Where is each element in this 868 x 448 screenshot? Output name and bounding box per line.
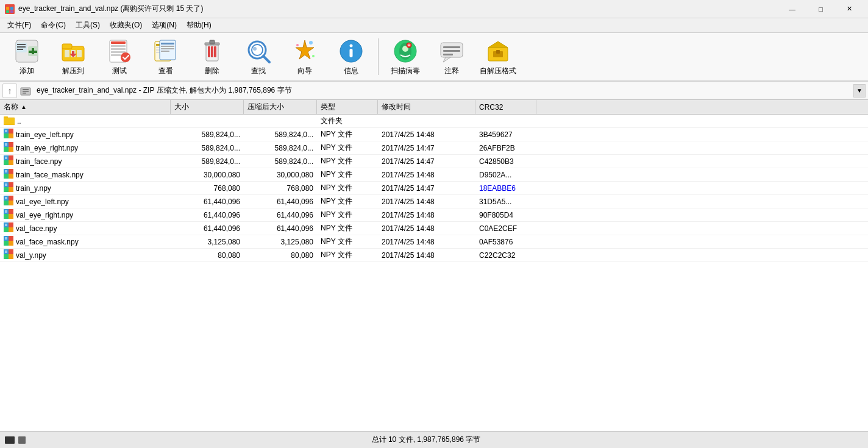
header-col-compressed[interactable]: 压缩后大小 bbox=[244, 100, 317, 114]
file-crc-cell: 0AF53876 bbox=[475, 235, 536, 248]
toolbar-btn-sfx[interactable]: 自解压格式 bbox=[476, 35, 520, 79]
file-crc-cell: 18EABBE6 bbox=[475, 182, 536, 194]
npy-file-icon bbox=[4, 236, 13, 247]
app-icon bbox=[5, 4, 15, 14]
status-left bbox=[5, 436, 26, 444]
add-icon bbox=[12, 38, 41, 65]
svg-rect-61 bbox=[443, 46, 460, 48]
menu-item-command[interactable]: 命令(C) bbox=[36, 19, 71, 32]
file-row[interactable]: val_eye_right.npy61,440,09661,440,096NPY… bbox=[0, 208, 868, 222]
header-col-type[interactable]: 类型 bbox=[317, 100, 378, 114]
npy-file-icon bbox=[4, 196, 13, 207]
toolbar-btn-test[interactable]: 测试 bbox=[98, 35, 141, 79]
file-row[interactable]: train_face_mask.npy30,000,08030,000,080N… bbox=[0, 168, 868, 182]
npy-file-icon bbox=[4, 222, 13, 234]
menu-item-favorites[interactable]: 收藏夹(O) bbox=[105, 19, 147, 32]
minimize-button[interactable]: — bbox=[778, 1, 806, 18]
wizard-icon bbox=[290, 38, 319, 65]
file-name-cell: val_y.npy bbox=[0, 249, 171, 261]
maximize-button[interactable]: □ bbox=[807, 1, 834, 18]
toolbar-btn-scan[interactable]: 扫描病毒 bbox=[383, 35, 427, 79]
file-name-text: val_eye_right.npy bbox=[16, 211, 73, 219]
svg-rect-9 bbox=[17, 49, 23, 50]
svg-rect-86 bbox=[9, 155, 13, 160]
npy-file-icon bbox=[4, 182, 13, 194]
file-crc-cell: 26AFBF2B bbox=[475, 141, 536, 154]
file-name-text: train_y.npy bbox=[16, 184, 51, 193]
npy-file-icon bbox=[4, 209, 13, 221]
toolbar-btn-comment[interactable]: 注释 bbox=[430, 35, 474, 79]
comment-icon bbox=[437, 38, 466, 65]
toolbar-btn-extract[interactable]: 解压到 bbox=[51, 35, 95, 79]
menu-item-options[interactable]: 选项(N) bbox=[147, 19, 182, 32]
file-name-cell: val_face_mask.npy bbox=[0, 235, 171, 248]
file-compressed-cell: 589,824,0... bbox=[244, 141, 317, 154]
file-row[interactable]: val_face_mask.npy3,125,0803,125,080NPY 文… bbox=[0, 235, 868, 249]
file-compressed-cell: 30,000,080 bbox=[244, 168, 317, 181]
file-row[interactable]: train_y.npy768,080768,080NPY 文件2017/4/25… bbox=[0, 182, 868, 195]
file-row[interactable]: val_y.npy80,08080,080NPY 文件2017/4/25 14:… bbox=[0, 249, 868, 262]
svg-rect-124 bbox=[5, 251, 7, 253]
file-crc-cell bbox=[475, 115, 536, 127]
header-col-crc[interactable]: CRC32 bbox=[475, 100, 536, 114]
menu-item-help[interactable]: 帮助(H) bbox=[182, 19, 216, 32]
file-name-text: train_eye_right.npy bbox=[16, 144, 78, 152]
svg-rect-119 bbox=[5, 237, 7, 240]
status-summary: 总计 10 文件, 1,987,765,896 字节 bbox=[372, 435, 481, 445]
file-row[interactable]: train_eye_left.npy589,824,0...589,824,0.… bbox=[0, 128, 868, 141]
status-icon2 bbox=[18, 436, 26, 444]
menu-item-tools[interactable]: 工具(S) bbox=[71, 19, 105, 32]
toolbar-btn-view[interactable]: 查看 bbox=[144, 35, 188, 79]
toolbar-btn-wizard[interactable]: 向导 bbox=[283, 35, 327, 79]
toolbar-btn-info[interactable]: 信息 bbox=[329, 35, 373, 79]
file-type-cell: 文件夹 bbox=[317, 115, 378, 127]
toolbar-label-wizard: 向导 bbox=[297, 66, 312, 76]
file-compressed-cell: 589,824,0... bbox=[244, 155, 317, 168]
status-bar: 总计 10 文件, 1,987,765,896 字节 bbox=[0, 431, 868, 448]
nav-up-button[interactable]: ↑ bbox=[2, 84, 17, 98]
file-row[interactable]: train_face.npy589,824,0...589,824,0...NP… bbox=[0, 155, 868, 168]
file-compressed-cell bbox=[244, 115, 317, 127]
svg-rect-8 bbox=[17, 46, 26, 48]
toolbar-btn-find[interactable]: 查找 bbox=[237, 35, 280, 79]
address-bar: ↑ eye_tracker_train_and_val.npz - ZIP 压缩… bbox=[0, 82, 868, 100]
svg-rect-78 bbox=[9, 133, 13, 138]
file-name-text: train_face.npy bbox=[16, 157, 62, 166]
file-row[interactable]: ..文件夹 bbox=[0, 115, 868, 128]
file-name-text: .. bbox=[17, 117, 21, 126]
file-name-cell: train_eye_left.npy bbox=[0, 128, 171, 141]
file-type-cell: NPY 文件 bbox=[317, 235, 378, 248]
toolbar-label-add: 添加 bbox=[20, 66, 34, 76]
file-name-text: val_face_mask.npy bbox=[16, 238, 79, 246]
file-size-cell: 61,440,096 bbox=[171, 222, 244, 235]
close-button[interactable]: ✕ bbox=[836, 1, 863, 18]
address-dropdown-button[interactable]: ▼ bbox=[853, 84, 866, 98]
header-col-modified[interactable]: 修改时间 bbox=[378, 100, 475, 114]
header-col-name[interactable]: 名称▲ bbox=[0, 100, 171, 114]
file-name-cell: train_y.npy bbox=[0, 182, 171, 194]
toolbar-separator bbox=[378, 38, 379, 75]
svg-rect-113 bbox=[9, 227, 13, 232]
file-crc-cell: C0AE2CEF bbox=[475, 222, 536, 235]
toolbar-btn-add[interactable]: 添加 bbox=[5, 35, 49, 79]
svg-rect-83 bbox=[9, 147, 13, 152]
file-row[interactable]: val_face.npy61,440,09661,440,096NPY 文件20… bbox=[0, 222, 868, 235]
menu-item-file[interactable]: 文件(F) bbox=[2, 19, 36, 32]
file-modified-cell: 2017/4/25 14:48 bbox=[378, 168, 475, 181]
svg-line-45 bbox=[263, 56, 269, 62]
toolbar-btn-delete[interactable]: 删除 bbox=[190, 35, 234, 79]
svg-rect-77 bbox=[4, 133, 9, 138]
find-icon bbox=[244, 38, 273, 65]
file-type-cell: NPY 文件 bbox=[317, 208, 378, 221]
extract-icon bbox=[59, 38, 88, 65]
svg-rect-3 bbox=[6, 10, 9, 13]
file-size-cell bbox=[171, 115, 244, 127]
file-size-cell: 3,125,080 bbox=[171, 235, 244, 248]
svg-rect-108 bbox=[9, 214, 13, 219]
file-row[interactable]: train_eye_right.npy589,824,0...589,824,0… bbox=[0, 141, 868, 155]
header-col-size[interactable]: 大小 bbox=[171, 100, 244, 114]
file-row[interactable]: val_eye_left.npy61,440,09661,440,096NPY … bbox=[0, 195, 868, 208]
file-type-cell: NPY 文件 bbox=[317, 155, 378, 168]
npy-file-icon bbox=[4, 142, 13, 154]
svg-rect-2 bbox=[10, 7, 13, 10]
